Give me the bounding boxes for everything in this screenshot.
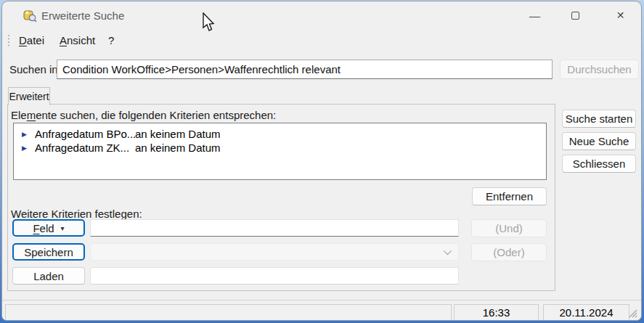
menu-item-datei[interactable]: Datei: [19, 34, 44, 46]
saved-search-select[interactable]: [90, 243, 459, 261]
menu-item-help[interactable]: ?: [108, 34, 114, 46]
criterion-value: an keinem Datum: [135, 128, 221, 140]
load-button[interactable]: Laden: [12, 267, 85, 285]
criterion-name: Anfragedatum ZK...: [35, 142, 135, 154]
chevron-down-icon: [444, 247, 452, 255]
menu-item-ansicht[interactable]: Ansicht: [60, 34, 95, 46]
list-item[interactable]: ▶ Anfragedatum BPo... an keinem Datum: [14, 127, 546, 141]
criteria-listbox[interactable]: ▶ Anfragedatum BPo... an keinem Datum ▶ …: [13, 123, 547, 180]
close-button[interactable]: ✕: [603, 1, 637, 29]
field-criteria-input[interactable]: [90, 219, 459, 237]
load-search-input[interactable]: [90, 267, 459, 285]
maximize-icon: [571, 12, 579, 20]
toolbar-grip-icon[interactable]: [7, 34, 10, 47]
statusbar-time: 16:33: [454, 304, 539, 321]
remove-button[interactable]: Entfernen: [472, 187, 547, 205]
titlebar[interactable]: Erweiterte Suche — ✕: [2, 1, 641, 29]
advanced-search-window: Erweiterte Suche — ✕ Datei Ansicht ? Suc…: [1, 1, 642, 321]
window-title: Erweiterte Suche: [41, 9, 124, 22]
minimize-icon: —: [529, 9, 540, 22]
and-button[interactable]: (Und): [471, 219, 547, 237]
close-dialog-button[interactable]: Schliessen: [562, 155, 636, 173]
new-search-button[interactable]: Neue Suche: [562, 132, 636, 150]
statusbar-divider: [2, 300, 641, 300]
minimize-button[interactable]: —: [518, 1, 552, 29]
close-icon: ✕: [616, 9, 625, 21]
maximize-button[interactable]: [558, 1, 592, 29]
criteria-heading: Elemente suchen, die folgenden Kriterien…: [11, 109, 276, 121]
save-button[interactable]: Speichern: [12, 243, 85, 261]
menubar: Datei Ansicht ?: [2, 29, 641, 51]
resize-grip[interactable]: [627, 307, 637, 318]
start-search-button[interactable]: Suche starten: [562, 110, 636, 128]
criterion-arrow-icon: ▶: [22, 131, 35, 138]
criterion-arrow-icon: ▶: [22, 144, 35, 152]
more-criteria-heading: Weitere Kriterien festlegen:: [11, 208, 142, 220]
list-item[interactable]: ▶ Anfragedatum ZK... an keinem Datum: [14, 141, 546, 155]
criterion-name: Anfragedatum BPo...: [35, 128, 135, 140]
search-in-input[interactable]: [57, 60, 553, 79]
dropdown-arrow-icon: ▾: [61, 224, 65, 232]
app-icon: [23, 9, 37, 23]
or-button[interactable]: (Oder): [471, 243, 547, 261]
tab-erweitert[interactable]: Erweitert: [8, 87, 50, 105]
criterion-value: an keinem Datum: [135, 142, 221, 154]
field-dropdown-button[interactable]: Feld ▾: [12, 219, 85, 237]
browse-button[interactable]: Durchsuchen: [560, 60, 639, 79]
statusbar-message-pane: [5, 304, 452, 321]
search-in-label: Suchen in:: [9, 63, 61, 75]
statusbar-date: 20.11.2024: [543, 304, 629, 321]
